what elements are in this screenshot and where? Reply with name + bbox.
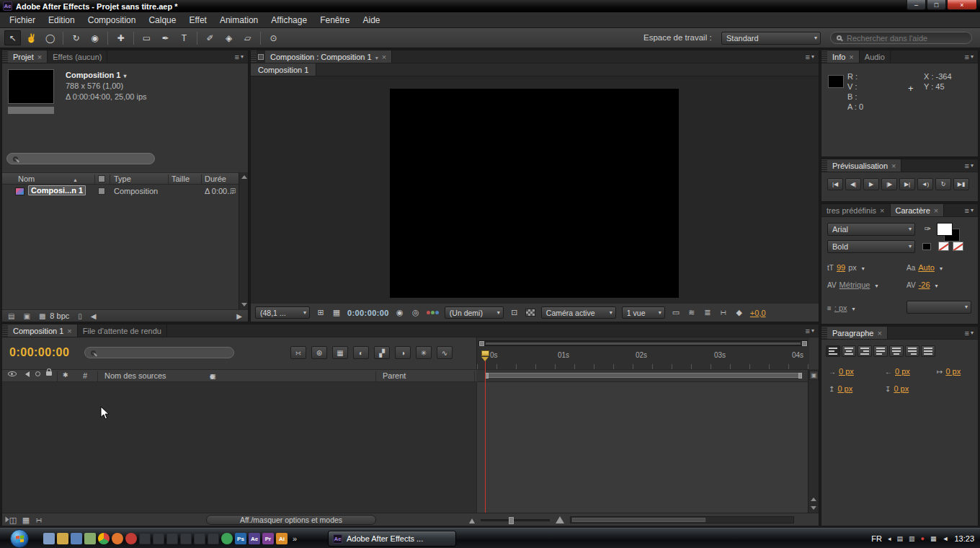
indent-first-line-field[interactable]: ↦ 0 px	[937, 367, 961, 376]
ruler-track[interactable]: 0s 01s 02s 03s 04s	[477, 349, 809, 369]
camera-tool-button[interactable]: ◉	[86, 30, 103, 45]
view-layout-dropdown[interactable]: 1 vue	[622, 306, 665, 319]
tab-close-icon[interactable]	[891, 162, 896, 170]
quicklaunch-app-5[interactable]	[194, 533, 205, 544]
timeline-search[interactable]	[84, 347, 234, 358]
trash-button[interactable]: ▯	[78, 312, 82, 320]
quicklaunch-show-desktop[interactable]	[43, 533, 55, 544]
hide-shy-button[interactable]: ◐	[353, 346, 369, 359]
rectangle-tool-button[interactable]: ▭	[138, 30, 155, 45]
justify-all-button[interactable]	[921, 345, 935, 357]
selection-tool-button[interactable]: ↖	[4, 30, 21, 45]
speaker-icon[interactable]	[22, 371, 30, 377]
taskbar-clock[interactable]: 13:23	[954, 534, 974, 543]
tab-close-icon[interactable]	[67, 327, 71, 335]
pixel-aspect-button[interactable]: ▭	[671, 308, 681, 317]
chevron-down-icon[interactable]	[933, 280, 938, 289]
space-before-value[interactable]: 0 px	[837, 384, 852, 393]
horizontal-scrollbar-thumb[interactable]	[572, 518, 705, 522]
timeline-ruler[interactable]: 0s 01s 02s 03s 04s	[476, 337, 809, 369]
fill-color-swatch[interactable]	[937, 223, 953, 236]
align-center-button[interactable]	[842, 345, 856, 357]
pen-tool-button[interactable]: ✒	[157, 30, 174, 45]
work-area-end-handle[interactable]	[798, 373, 802, 379]
quicklaunch-firefox[interactable]	[112, 533, 123, 544]
go-to-start-button[interactable]: |◀	[827, 178, 843, 190]
minimize-button[interactable]: –	[906, 0, 926, 10]
baseline-field[interactable]: ≡ : px	[827, 304, 855, 312]
justify-last-right-button[interactable]	[905, 345, 919, 357]
align-left-button[interactable]	[826, 345, 840, 357]
switches-icon[interactable]: ✱	[63, 371, 68, 379]
graph-editor-button[interactable]: ∿	[437, 346, 453, 359]
play-button[interactable]: ▶	[863, 178, 879, 190]
eraser-tool-button[interactable]: ▱	[239, 30, 256, 45]
quicklaunch-app-6[interactable]	[208, 533, 219, 544]
font-size-value[interactable]: 99	[837, 263, 845, 272]
mode-icon-4[interactable]: ⊘	[210, 373, 215, 380]
panel-menu-button[interactable]	[231, 50, 248, 63]
panel-grip[interactable]	[821, 159, 827, 172]
menu-fenetre[interactable]: Fenêtre	[313, 15, 356, 25]
tab-close-icon[interactable]	[37, 53, 42, 61]
menu-effet[interactable]: Effet	[182, 15, 213, 25]
toggle-switches-modes-button[interactable]: Aff./masquer options et modes	[206, 515, 376, 525]
font-style-dropdown[interactable]: Bold	[827, 240, 915, 253]
faux-styles-dropdown[interactable]	[906, 301, 971, 314]
space-after-value[interactable]: 0 px	[894, 384, 909, 393]
menu-calque[interactable]: Calque	[142, 15, 182, 25]
resolution-dropdown[interactable]: (Un demi)	[445, 306, 504, 319]
show-snapshot-button[interactable]: ◎	[411, 308, 421, 317]
draft-3d-button[interactable]: ▦	[332, 346, 348, 359]
fast-preview-button[interactable]: ≋	[687, 308, 697, 317]
tab-close-icon[interactable]	[382, 53, 386, 61]
panel-grip[interactable]	[251, 50, 257, 63]
loop-button[interactable]: ↻	[935, 178, 951, 190]
swap-fill-stroke-icon[interactable]	[922, 243, 931, 250]
panel-grip[interactable]	[821, 327, 827, 339]
space-after-field[interactable]: ↧ 0 px	[885, 384, 909, 393]
column-separator[interactable]	[201, 174, 202, 184]
safe-zones-button[interactable]: ⊞	[316, 308, 326, 317]
navigator-bar[interactable]	[486, 342, 801, 345]
justify-last-left-button[interactable]	[873, 345, 888, 357]
current-time-indicator[interactable]	[481, 350, 489, 356]
quicklaunch-app-2[interactable]	[153, 533, 164, 544]
new-folder-button[interactable]: ▣	[23, 312, 30, 320]
timeline-vertical-scrollbar[interactable]: ▣	[808, 369, 819, 513]
panel-menu-button[interactable]	[801, 50, 819, 63]
menu-affichage[interactable]: Affichage	[264, 15, 313, 25]
column-separator[interactable]	[110, 174, 110, 184]
tab-previsualisation[interactable]: Prévisualisation	[827, 159, 901, 172]
region-of-interest-button[interactable]: ⊡	[509, 308, 520, 317]
kerning-value[interactable]: Métrique	[839, 280, 870, 289]
show-channels-button[interactable]	[427, 311, 439, 314]
viewer-tab-composition-1[interactable]: Composition 1	[251, 63, 316, 76]
timeline-timecode[interactable]: 0:00:00:00	[9, 346, 69, 359]
navigator-right-handle[interactable]	[802, 341, 807, 346]
next-frame-button[interactable]: |▶	[881, 178, 897, 190]
indent-right-field[interactable]: ← 0 px	[885, 367, 910, 376]
leading-value[interactable]: Auto	[918, 263, 935, 272]
menu-edition[interactable]: Edition	[42, 15, 81, 25]
quicklaunch-illustrator[interactable]: Ai	[276, 533, 288, 544]
font-size-field[interactable]: tT 99 px	[827, 263, 865, 272]
magnification-dropdown[interactable]: (48,1 ...	[255, 306, 310, 319]
timeline-horizontal-scrollbar[interactable]	[570, 516, 794, 523]
panel-grip[interactable]	[2, 324, 8, 337]
baseline-value[interactable]: : px	[834, 304, 847, 312]
view-dropdown[interactable]: Caméra active	[541, 306, 616, 319]
quicklaunch-opera[interactable]	[125, 533, 137, 544]
go-to-end-button[interactable]: ▶|	[899, 178, 915, 190]
footer-right-arrow[interactable]: ▶	[236, 312, 242, 320]
color-depth-icon[interactable]: ▩	[39, 312, 45, 320]
tab-composition-viewer[interactable]: Composition : Composition 1	[265, 50, 392, 63]
tab-audio[interactable]: Audio	[860, 50, 891, 63]
tab-projet[interactable]: Projet	[8, 50, 48, 63]
viewer-menu-arrow-icon[interactable]	[375, 53, 378, 61]
pan-behind-tool-button[interactable]: ✚	[112, 30, 129, 45]
comp-mini-flowchart-button[interactable]: ∺	[290, 346, 306, 359]
panel-menu-button[interactable]	[801, 324, 819, 337]
chevron-down-icon[interactable]	[120, 71, 126, 79]
indent-right-value[interactable]: 0 px	[895, 367, 910, 376]
